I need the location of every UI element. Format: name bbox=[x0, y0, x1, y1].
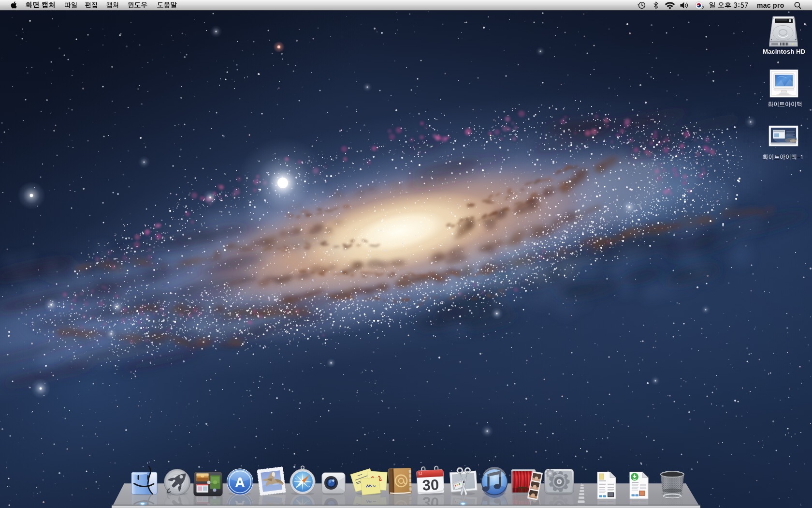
svg-text:mac pro: mac pro bbox=[757, 1, 784, 9]
